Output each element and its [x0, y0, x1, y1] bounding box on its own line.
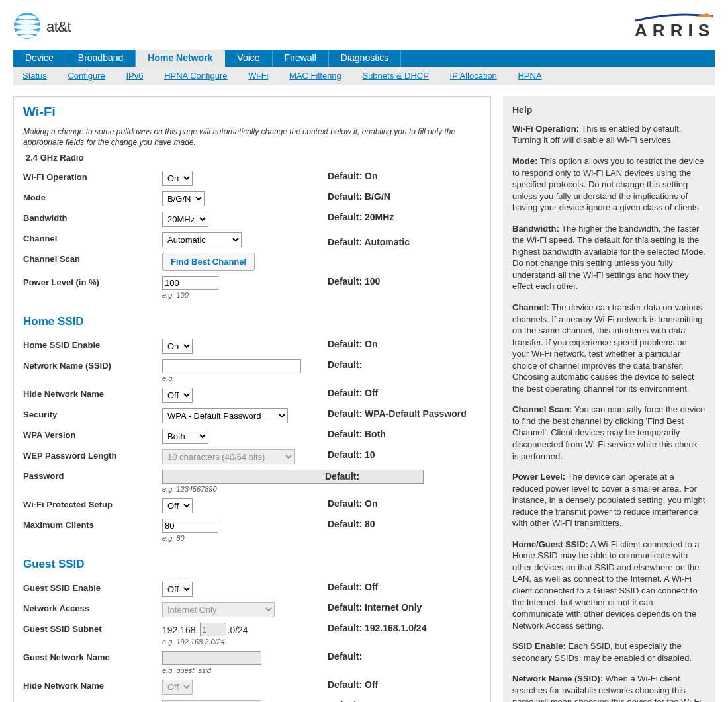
- hide-name-label: Hide Network Name: [23, 385, 162, 406]
- nav-voice[interactable]: Voice: [225, 50, 272, 67]
- svg-point-3: [14, 24, 40, 30]
- subnav-mac-filtering[interactable]: MAC Filtering: [289, 71, 341, 81]
- subnav-hpna[interactable]: HPNA: [518, 71, 541, 81]
- password-input: [162, 470, 424, 484]
- guest-enable-select[interactable]: Off: [162, 582, 193, 597]
- guest-subnet-default: Default: 192.168.1.0/24: [328, 620, 481, 648]
- channel-select[interactable]: Automatic: [162, 232, 242, 247]
- wep-length-select: 10 characters (40/64 bits): [162, 449, 295, 464]
- guest-subnet-input: [200, 623, 226, 636]
- subnav-configure[interactable]: Configure: [68, 71, 105, 81]
- guest-name-input: [162, 651, 261, 665]
- bandwidth-select[interactable]: 20MHz: [162, 212, 208, 227]
- channel-scan-label: Channel Scan: [23, 250, 162, 273]
- ssid-input[interactable]: [162, 359, 301, 373]
- max-clients-label: Maximum Clients: [23, 516, 162, 545]
- security-select[interactable]: WPA - Default Password: [162, 408, 288, 423]
- max-clients-default: Default: 80: [328, 516, 481, 545]
- arris-text: ARRIS: [635, 21, 715, 41]
- wps-label: Wi-Fi Protected Setup: [23, 496, 162, 516]
- subnet-prefix: 192.168.: [162, 625, 199, 635]
- help-item: Home/Guest SSID: A Wi-Fi client connecte…: [512, 539, 705, 631]
- guest-name-label: Guest Network Name: [23, 648, 162, 677]
- att-logo: at&t: [13, 12, 71, 42]
- guest-access-default: Default: Internet Only: [328, 599, 481, 620]
- guest-subnet-hint: e.g. 192.168.2.0/24: [162, 638, 328, 646]
- guest-enable-label: Guest SSID Enable: [23, 579, 162, 599]
- max-clients-input[interactable]: [162, 519, 218, 533]
- svg-point-2: [15, 20, 40, 24]
- help-item: Bandwidth: The higher the bandwidth, the…: [512, 223, 705, 292]
- svg-point-1: [17, 15, 37, 19]
- power-level-label: Power Level (in %): [23, 273, 162, 302]
- help-item: Network Name (SSID): When a Wi-Fi client…: [512, 673, 705, 702]
- hide-name-select[interactable]: Off: [162, 388, 193, 403]
- subnav-wifi[interactable]: Wi-Fi: [248, 71, 268, 81]
- guest-subnet-label: Guest SSID Subnet: [23, 620, 162, 648]
- wpa-version-default: Default: Both: [328, 426, 481, 447]
- subnet-suffix: .0/24: [228, 625, 248, 635]
- help-item: Wi-Fi Operation: This is enabled by defa…: [512, 123, 705, 146]
- svg-point-4: [15, 30, 39, 35]
- security-default: Default: WPA-Default Password: [328, 406, 481, 426]
- subnav-status[interactable]: Status: [23, 71, 47, 81]
- guest-access-label: Network Access: [23, 599, 162, 620]
- hide-name-default: Default: Off: [328, 385, 481, 406]
- subnav-hpna-configure[interactable]: HPNA Configure: [164, 71, 227, 81]
- help-item: Mode: This option allows you to restrict…: [512, 155, 705, 214]
- password-label: Password: [23, 467, 162, 496]
- help-item: SSID Enable: Each SSID, but especially t…: [512, 640, 705, 664]
- nav-firewall[interactable]: Firewall: [273, 50, 329, 67]
- guest-name-hint: e.g. guest_ssid: [162, 666, 328, 674]
- wps-default: Default: On: [328, 496, 481, 516]
- nav-home-network[interactable]: Home Network: [136, 50, 225, 67]
- help-item: Channel Scan: You can manually force the…: [512, 404, 705, 462]
- channel-default: Default: Automatic: [328, 230, 481, 250]
- find-best-channel-button[interactable]: Find Best Channel: [162, 253, 255, 271]
- help-item: Channel: The device can transfer data on…: [512, 302, 705, 394]
- wps-select[interactable]: Off: [162, 498, 193, 513]
- subnav-ipv6[interactable]: IPv6: [126, 71, 143, 81]
- main-panel: Wi-Fi Making a change to some pulldowns …: [13, 96, 491, 702]
- guest-ssid-heading: Guest SSID: [23, 558, 481, 571]
- att-text: at&t: [46, 19, 71, 36]
- ssid-default: Default:: [328, 357, 481, 385]
- mode-default: Default: B/G/N: [328, 189, 481, 209]
- guest-hide-default: Default: Off: [328, 677, 481, 697]
- mode-label: Mode: [23, 189, 162, 209]
- wpa-version-label: WPA Version: [23, 426, 162, 447]
- page-title: Wi-Fi: [23, 105, 481, 120]
- sub-nav: Status Configure IPv6 HPNA Configure Wi-…: [13, 67, 715, 85]
- arris-logo: ARRIS: [629, 13, 715, 41]
- page-desc: Making a change to some pulldowns on thi…: [23, 126, 481, 148]
- security-label: Security: [23, 406, 162, 426]
- wifi-operation-default: Default: On: [328, 168, 481, 189]
- guest-hide-label: Hide Network Name: [23, 677, 162, 697]
- subnav-ip-allocation[interactable]: IP Allocation: [450, 71, 497, 81]
- password-hint: e.g. 1234567890: [162, 485, 217, 493]
- wpa-version-select[interactable]: Both: [162, 429, 208, 444]
- wifi-operation-label: Wi-Fi Operation: [23, 168, 162, 189]
- bandwidth-default: Default: 20MHz: [328, 209, 481, 230]
- guest-hide-select: Off: [162, 680, 193, 695]
- home-enable-select[interactable]: On: [162, 339, 193, 354]
- nav-broadband[interactable]: Broadband: [66, 50, 136, 67]
- main-nav: Device Broadband Home Network Voice Fire…: [13, 50, 715, 67]
- nav-device[interactable]: Device: [13, 50, 66, 67]
- mode-select[interactable]: B/G/N: [162, 191, 205, 206]
- nav-diagnostics[interactable]: Diagnostics: [329, 50, 401, 67]
- wifi-operation-select[interactable]: On: [162, 171, 193, 186]
- help-panel: Help Wi-Fi Operation: This is enabled by…: [503, 96, 715, 702]
- guest-enable-default: Default: Off: [328, 579, 481, 599]
- ssid-label: Network Name (SSID): [23, 357, 162, 385]
- guest-security-default: Default: WPA-PSK: [328, 697, 481, 702]
- bandwidth-label: Bandwidth: [23, 209, 162, 230]
- home-enable-label: Home SSID Enable: [23, 336, 162, 357]
- password-default: Default:: [325, 471, 359, 482]
- max-clients-hint: e.g. 80: [162, 534, 328, 542]
- ssid-hint: e.g.: [162, 374, 328, 382]
- svg-point-5: [19, 35, 35, 38]
- subnav-subnets-dhcp[interactable]: Subnets & DHCP: [362, 71, 428, 81]
- power-level-input[interactable]: [162, 276, 218, 290]
- guest-access-select: Internet Only: [162, 602, 275, 617]
